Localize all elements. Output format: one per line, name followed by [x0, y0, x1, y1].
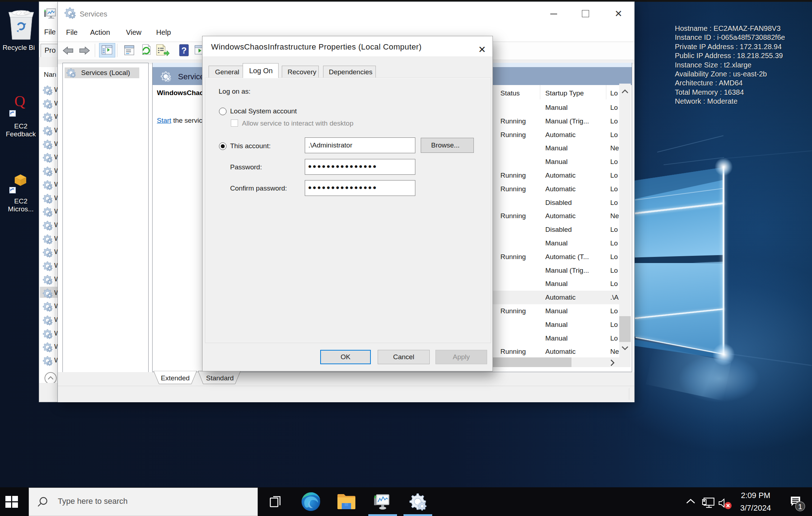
svg-text:?: ?	[181, 46, 187, 55]
svg-text:1: 1	[798, 502, 802, 511]
